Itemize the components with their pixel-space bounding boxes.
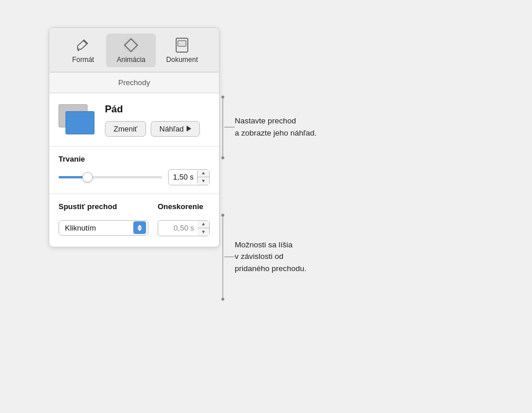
callout-1-text: Nastavte prechod a zobrazte jeho náhľad. (235, 115, 316, 139)
format-tab-label: Formát (72, 56, 94, 64)
slide-front (65, 111, 94, 134)
duration-slider[interactable] (59, 172, 162, 182)
animation-icon (123, 37, 139, 53)
duration-section: Trvanie 1,50 s ▲ ▼ (49, 147, 219, 194)
document-tab[interactable]: Dokument (156, 34, 209, 67)
trigger-row: Spustiť prechod Kliknutím Ones (59, 202, 210, 236)
trigger-label: Spustiť prechod (59, 202, 148, 211)
slider-row: 1,50 s ▲ ▼ (59, 169, 210, 185)
duration-label: Trvanie (59, 155, 210, 163)
bracket-line-1 (223, 98, 223, 156)
transition-buttons: Zmeniť Náhľad (105, 121, 210, 137)
callout-2-text: Možnosti sa líšia v závislosti od pridan… (235, 239, 307, 275)
animation-tab-label: Animácia (116, 56, 145, 64)
duration-decrement[interactable]: ▼ (198, 177, 209, 185)
trigger-section: Spustiť prechod Kliknutím Ones (49, 194, 219, 247)
svg-rect-2 (178, 41, 186, 46)
delay-stepper: 0,50 s ▲ ▼ (158, 220, 210, 236)
dot-bottom (221, 156, 224, 159)
format-tab[interactable]: Formát (60, 34, 106, 67)
delay-increment[interactable]: ▲ (198, 221, 209, 228)
trigger-col-delay: Oneskorenie 0,50 s ▲ ▼ (158, 202, 210, 236)
change-button[interactable]: Zmeniť (105, 121, 146, 137)
h-connector-2 (224, 257, 235, 257)
slider-track (59, 176, 162, 178)
slider-thumb[interactable] (82, 172, 93, 182)
delay-label: Oneskorenie (158, 202, 210, 211)
trigger-select[interactable]: Kliknutím (59, 220, 148, 236)
duration-stepper: 1,50 s ▲ ▼ (168, 169, 210, 185)
delay-arrows: ▲ ▼ (198, 221, 209, 236)
delay-value: 0,50 s (158, 222, 198, 234)
transition-name: Pád (105, 104, 210, 115)
callout-2: Možnosti sa líšia v závislosti od pridan… (221, 214, 307, 301)
slide-icon (59, 104, 96, 136)
trigger-select-wrapper: Kliknutím (59, 220, 148, 236)
animation-tab[interactable]: Animácia (106, 34, 155, 67)
paintbrush-icon (75, 37, 91, 53)
document-tab-label: Dokument (166, 56, 198, 64)
document-icon (174, 37, 190, 53)
toolbar: Formát Animácia (49, 28, 219, 72)
duration-increment[interactable]: ▲ (198, 170, 209, 177)
trigger-col-main: Spustiť prechod Kliknutím (59, 202, 148, 236)
duration-arrows: ▲ ▼ (198, 170, 209, 185)
callout-1: Nastavte prechod a zobrazte jeho náhľad. (221, 96, 316, 159)
callouts-area: Nastavte prechod a zobrazte jeho náhľad.… (221, 27, 424, 386)
bracket-line-2 (223, 217, 223, 298)
panel-content: Pád Zmeniť Náhľad Trvanie (49, 93, 219, 247)
inspector-panel: Formát Animácia (49, 27, 220, 247)
duration-value: 1,50 s (169, 171, 198, 183)
section-header: Prechody (49, 72, 219, 93)
h-connector-1 (224, 127, 235, 127)
delay-decrement[interactable]: ▼ (198, 228, 209, 236)
dot-bottom-2 (221, 298, 224, 301)
play-icon (187, 126, 191, 131)
transition-info: Pád Zmeniť Náhľad (105, 104, 210, 137)
transition-preview: Pád Zmeniť Náhľad (49, 93, 219, 147)
preview-button[interactable]: Náhľad (151, 121, 200, 137)
